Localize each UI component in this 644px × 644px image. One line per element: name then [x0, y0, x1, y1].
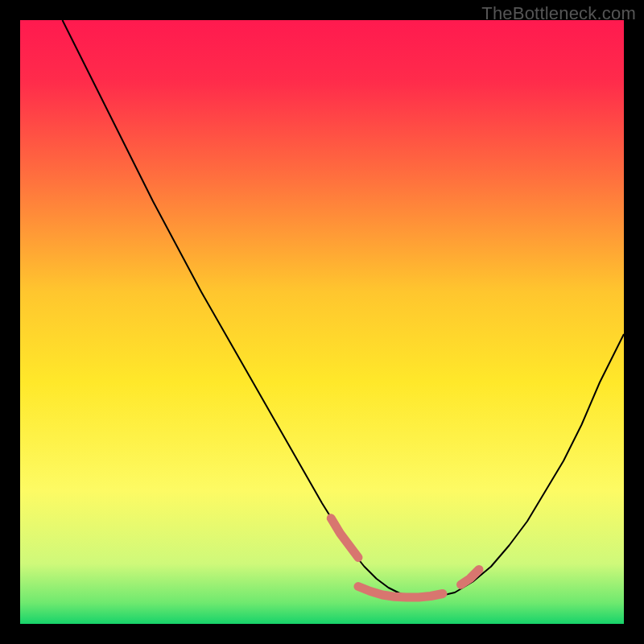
chart-svg	[20, 20, 624, 624]
watermark-text: TheBottleneck.com	[481, 3, 636, 24]
chart-frame: TheBottleneck.com	[0, 0, 644, 644]
gradient-bg	[20, 20, 624, 624]
plot-area	[20, 20, 624, 624]
